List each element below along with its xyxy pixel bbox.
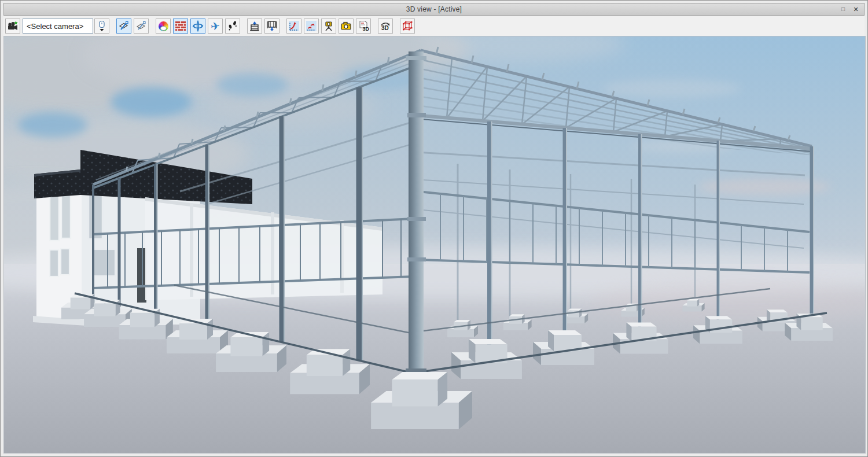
work-area-button[interactable] [400,19,415,34]
camera-dropdown-button[interactable] [94,19,109,34]
color-wheel-icon [159,21,168,31]
export-3d-label: 3D [362,26,369,32]
camera-select-value: <Select camera> [27,22,83,31]
app-window: 3D view - [Active] □ ✕ <Select camera> [0,0,868,457]
edit-fly-through-icon [135,20,147,32]
bricks-icon [175,21,186,31]
airplane-icon: ✈ [210,20,220,32]
brick-display-button[interactable] [173,19,188,34]
capture-up-button[interactable] [264,19,279,34]
camera-tripod-button[interactable] [321,19,336,34]
walk-mode-button[interactable] [225,19,240,34]
camera-tripod-icon [323,20,334,32]
camera-select-dropdown[interactable]: <Select camera> [23,19,93,34]
work-area-grid-icon [402,20,413,32]
restore-window-button[interactable]: □ [838,5,848,14]
fly-mode-button[interactable]: ✈ [208,19,223,34]
view-camera-toolbar: <Select camera> [3,16,865,36]
snapshot-button[interactable] [339,19,354,34]
chart-arrow-icon [288,20,300,32]
add-camera-icon [7,20,19,32]
render-options-button[interactable] [156,19,171,34]
animation-steps-button[interactable] [304,19,319,34]
title-bar[interactable]: 3D view - [Active] □ ✕ [3,3,865,16]
rotate-3d-view-button[interactable]: 3D [378,19,393,34]
capture-down-button[interactable] [247,19,262,34]
orbit-rotate-button[interactable] [190,19,205,34]
orbit-icon [192,20,204,32]
3d-viewport[interactable] [3,36,866,454]
chart-steps-icon [306,20,317,32]
3d-scene [4,36,865,453]
footprints-icon [227,20,238,32]
animation-path-button[interactable] [286,19,301,34]
fly-through-button[interactable] [116,19,131,34]
window-title: 3D view - [Active] [406,5,462,13]
rotate-3d-label: 3D [381,25,389,31]
export-3d-button[interactable]: 3D [356,19,371,34]
fly-through-icon [118,20,130,32]
rotate-3d-icon: 3D [380,20,391,32]
export-3d-icon: 3D [358,20,369,32]
add-camera-button[interactable] [5,19,20,34]
arrow-up-frame-icon [267,20,277,32]
edit-fly-through-button[interactable] [134,19,149,34]
close-window-button[interactable]: ✕ [851,5,860,14]
mouse-down-icon [97,20,107,32]
snapshot-camera-icon [340,20,352,32]
arrow-down-frame-icon [249,20,260,32]
